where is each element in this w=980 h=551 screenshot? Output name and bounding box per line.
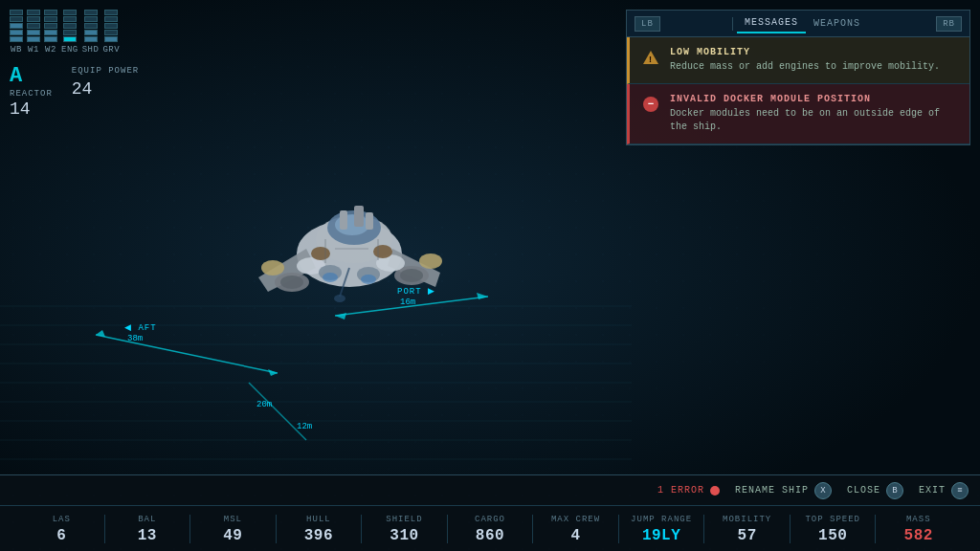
bar-segment xyxy=(44,30,57,35)
bar-segment xyxy=(10,23,23,29)
bar-segment xyxy=(44,10,57,15)
bottom-bar: 1 ERROR RENAME SHIP X CLOSE B EXIT ≡ LAS… xyxy=(0,474,980,551)
messages-tabs: LB MESSAGES WEAPONS RB xyxy=(627,11,969,37)
stat-label: MSL xyxy=(224,515,242,524)
bar-segment xyxy=(84,23,98,29)
reactor-value: 14 xyxy=(10,100,53,118)
bar-segment xyxy=(27,30,40,35)
stat-bal: BAL13 xyxy=(105,515,190,544)
error-icon: − xyxy=(641,95,660,114)
warning-title: LOW MOBILITY xyxy=(670,47,940,57)
stat-value: 396 xyxy=(304,527,333,544)
exit-label: EXIT xyxy=(919,485,946,496)
error-text: Docker modules need to be on an outside … xyxy=(670,107,958,134)
stat-msl: MSL49 xyxy=(190,515,276,544)
bar-stack xyxy=(10,10,23,42)
stat-label: JUMP RANGE xyxy=(631,515,692,524)
bar-segment xyxy=(63,23,77,29)
bar-segment xyxy=(104,30,118,35)
bar-label: WB xyxy=(11,45,22,55)
stat-shield: SHIELD310 xyxy=(362,515,447,544)
close-label: CLOSE xyxy=(847,485,880,496)
tab-weapons[interactable]: WEAPONS xyxy=(806,14,868,33)
stat-mobility: MOBILITY57 xyxy=(704,515,790,544)
action-bar: 1 ERROR RENAME SHIP X CLOSE B EXIT ≡ xyxy=(0,475,980,506)
stat-label: MOBILITY xyxy=(723,515,771,524)
svg-text:!: ! xyxy=(649,55,652,64)
bar-segment xyxy=(44,23,57,29)
bar-segment xyxy=(104,16,118,22)
reactor-grade: A xyxy=(10,66,53,87)
bar-segment xyxy=(104,10,118,15)
stat-value: 57 xyxy=(738,527,757,544)
error-count-label: 1 ERROR xyxy=(657,485,704,496)
bar-segment xyxy=(27,23,40,29)
bar-segment xyxy=(10,30,23,35)
rename-ship-button[interactable]: RENAME SHIP X xyxy=(735,482,832,499)
error-badge: 1 ERROR xyxy=(657,485,720,496)
bar-label: ENG xyxy=(61,45,78,55)
lb-button[interactable]: LB xyxy=(635,16,660,32)
stat-label: TOP SPEED xyxy=(805,515,860,524)
bar-stack xyxy=(63,10,77,42)
bar-segment xyxy=(104,36,118,42)
bar-segment xyxy=(44,16,57,22)
stat-top-speed: TOP SPEED150 xyxy=(791,515,876,544)
bar-group-shd: SHD xyxy=(82,10,100,55)
reactor-info: A REACTOR 14 EQUIP POWER 24 xyxy=(10,66,139,118)
exit-button[interactable]: EXIT ≡ xyxy=(919,482,969,499)
error-circle: − xyxy=(643,97,658,112)
game-viewport: PORT ▶ 16m ◀ AFT 38m 20m 12m xyxy=(0,0,980,551)
status-bars: WBW1W2ENGSHDGRV xyxy=(10,10,139,55)
message-list: ! LOW MOBILITY Reduce mass or add engine… xyxy=(627,37,969,144)
bar-segment xyxy=(27,16,40,22)
stat-value: 582 xyxy=(904,527,933,544)
bar-segment xyxy=(104,23,118,29)
hud-topleft: WBW1W2ENGSHDGRV A REACTOR 14 EQUIP POWER… xyxy=(10,10,139,118)
stat-hull: HULL396 xyxy=(277,515,362,544)
stat-value: 6 xyxy=(56,527,66,544)
bar-segment xyxy=(63,30,77,35)
stat-jump-range: JUMP RANGE19LY xyxy=(619,515,704,544)
bar-group-w2: W2 xyxy=(44,10,57,55)
bar-segment xyxy=(10,36,23,42)
warning-icon: ! xyxy=(641,48,660,67)
bar-segment xyxy=(27,10,40,15)
bar-group-w1: W1 xyxy=(27,10,40,55)
bar-segment xyxy=(63,36,77,42)
reactor-label: REACTOR xyxy=(10,89,53,99)
close-button[interactable]: CLOSE B xyxy=(847,482,903,499)
bar-stack xyxy=(27,10,40,42)
bar-segment xyxy=(84,10,98,15)
stat-value: 150 xyxy=(818,527,847,544)
bar-segment xyxy=(10,16,23,22)
stat-label: BAL xyxy=(138,515,156,524)
bar-segment xyxy=(84,36,98,42)
bar-stack xyxy=(44,10,57,42)
bar-segment xyxy=(84,30,98,35)
stats-bar: LAS6BAL13MSL49HULL396SHIELD310CARGO860MA… xyxy=(0,506,980,551)
bar-segment xyxy=(63,16,77,22)
rb-button[interactable]: RB xyxy=(936,16,962,32)
rename-key: X xyxy=(814,482,832,499)
error-indicator xyxy=(710,486,720,496)
tab-messages[interactable]: MESSAGES xyxy=(737,13,806,33)
bar-stack xyxy=(104,10,118,42)
bar-stack xyxy=(84,10,98,42)
stat-label: SHIELD xyxy=(386,515,422,524)
bar-group-grv: GRV xyxy=(102,10,120,55)
stat-value: 4 xyxy=(571,527,581,544)
message-item-warning: ! LOW MOBILITY Reduce mass or add engine… xyxy=(627,37,969,84)
stat-las: LAS6 xyxy=(19,515,104,544)
message-item-error: − INVALID DOCKER MODULE POSITION Docker … xyxy=(627,84,969,144)
stat-mass: MASS582 xyxy=(876,515,961,544)
stat-value: 49 xyxy=(223,527,242,544)
bar-segment xyxy=(44,36,57,42)
equip-value: 24 xyxy=(72,79,139,99)
stat-value: 19LY xyxy=(642,527,680,544)
close-key: B xyxy=(886,482,903,499)
stat-cargo: CARGO860 xyxy=(448,515,533,544)
exit-key: ≡ xyxy=(951,482,969,499)
warning-text: Reduce mass or add engines to improve mo… xyxy=(670,60,940,74)
bar-label: SHD xyxy=(82,45,100,55)
